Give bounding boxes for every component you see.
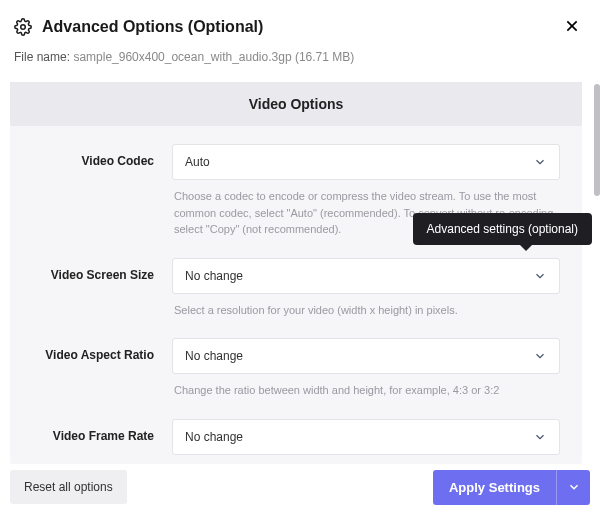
- file-size: (16.71 MB): [295, 50, 354, 64]
- apply-button[interactable]: Apply Settings: [433, 470, 556, 505]
- close-button[interactable]: [560, 14, 584, 38]
- svg-point-0: [21, 25, 26, 30]
- tooltip: Advanced settings (optional): [413, 213, 592, 245]
- dialog-header: Advanced Options (Optional): [0, 0, 600, 46]
- screen-size-select[interactable]: No change: [172, 258, 560, 294]
- dialog-title: Advanced Options (Optional): [42, 18, 263, 36]
- aspect-label: Video Aspect Ratio: [32, 338, 172, 362]
- framerate-help: Change FPS (frames per second) of video: [172, 455, 560, 465]
- chevron-down-icon: [533, 349, 547, 363]
- chevron-down-icon: [533, 155, 547, 169]
- row-framerate: Video Frame Rate No change Change FPS (f…: [32, 419, 560, 465]
- row-aspect: Video Aspect Ratio No change Change the …: [32, 338, 560, 415]
- screen-size-value: No change: [185, 269, 533, 283]
- video-options-panel: Video Options Video Codec Auto Choose a …: [10, 82, 582, 464]
- framerate-label: Video Frame Rate: [32, 419, 172, 443]
- codec-label: Video Codec: [32, 144, 172, 168]
- codec-select[interactable]: Auto: [172, 144, 560, 180]
- options-scroll[interactable]: Video Options Video Codec Auto Choose a …: [10, 82, 596, 464]
- chevron-down-icon: [533, 269, 547, 283]
- screen-size-help: Select a resolution for your video (widt…: [172, 294, 560, 335]
- file-name: sample_960x400_ocean_with_audio.3gp: [73, 50, 291, 64]
- framerate-value: No change: [185, 430, 533, 444]
- panel-title: Video Options: [10, 82, 582, 126]
- reset-button[interactable]: Reset all options: [10, 470, 127, 504]
- row-screen-size: Video Screen Size No change Select a res…: [32, 258, 560, 335]
- aspect-help: Change the ratio between width and heigh…: [172, 374, 560, 415]
- apply-group: Apply Settings: [433, 470, 590, 505]
- aspect-select[interactable]: No change: [172, 338, 560, 374]
- dialog-footer: Reset all options Apply Settings: [0, 464, 600, 510]
- screen-size-label: Video Screen Size: [32, 258, 172, 282]
- apply-dropdown-button[interactable]: [556, 470, 590, 505]
- panel-body: Video Codec Auto Choose a codec to encod…: [10, 126, 582, 464]
- file-info: File name: sample_960x400_ocean_with_aud…: [0, 46, 600, 78]
- chevron-down-icon: [533, 430, 547, 444]
- chevron-down-icon: [567, 480, 581, 494]
- file-label: File name:: [14, 50, 70, 64]
- scrollbar-thumb[interactable]: [594, 84, 600, 196]
- gear-icon: [14, 18, 32, 36]
- codec-value: Auto: [185, 155, 533, 169]
- close-icon: [564, 18, 580, 34]
- aspect-value: No change: [185, 349, 533, 363]
- framerate-select[interactable]: No change: [172, 419, 560, 455]
